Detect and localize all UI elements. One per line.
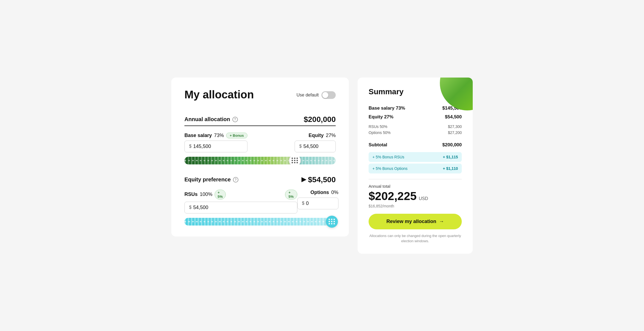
review-button-label: Review my allocation [386,219,436,224]
slider-green-portion [184,157,295,164]
handle-dot [294,158,295,159]
rsus-section: RSUs 100% + 5% + 5% $ 54,500 [184,190,297,213]
rsus-pct: 100% [200,192,212,197]
annual-allocation-help-icon[interactable]: ? [232,117,238,122]
handle-dot [292,158,293,159]
use-default-toggle[interactable] [321,91,336,99]
allocation-slider-container[interactable] [184,157,336,164]
summary-options-label: Options 50% [369,130,391,135]
summary-bonus-rsus-row: + 5% Bonus RSUs + $1,115 [369,152,462,162]
rsu-options-row: RSUs 100% + 5% + 5% $ 54,500 Options [184,190,336,213]
equity-preference-help-icon[interactable]: ? [233,177,238,182]
handle-dot [331,223,332,224]
summary-equity-row: Equity 27% $54,500 [369,113,462,121]
handle-dot [294,160,295,161]
handle-dot [292,160,293,161]
left-panel: My allocation Use default Annual allocat… [171,78,349,236]
summary-panel: Summary Base salary 73% $145,500 Equity … [358,78,473,254]
allocation-slider-track [184,157,336,164]
annual-total-section: Annual total $202,225 USD $16,852/month … [369,179,462,244]
summary-bonus-options-value: + $1,110 [443,166,458,171]
handle-dot [331,219,332,220]
base-salary-label: Base salary 73% + Bonus [184,133,247,138]
equity-input[interactable]: $ 54,500 [295,141,336,152]
annual-allocation-total: $200,000 [304,115,336,124]
rsus-value: 54,500 [193,205,208,210]
handle-dot [334,223,335,224]
section-divider [184,125,336,126]
cursor-icon: ▶ [301,176,306,183]
rsus-currency: $ [189,205,192,210]
options-section: Options 0% $ 0 [297,190,338,209]
options-currency: $ [302,201,304,206]
handle-dot [297,160,298,161]
base-salary-pct: 73% [214,133,224,138]
rsus-input[interactable]: $ 54,500 [184,202,297,213]
equity-label: Equity 27% [309,133,336,138]
annual-total-value-row: $202,225 USD [369,190,462,203]
base-salary-section: Base salary 73% + Bonus $ 145,500 [184,133,247,152]
handle-dot [334,219,335,220]
summary-rsus-row: RSUs 50% $27,300 [369,124,462,130]
base-salary-input[interactable]: $ 145,500 [184,141,247,152]
disclaimer-text: Allocations can only be changed during t… [369,233,462,244]
equity-slider-dashes [184,218,336,226]
equity-slider[interactable] [184,218,336,226]
summary-bonus-options-row: + 5% Bonus Options + $1,110 [369,164,462,173]
options-pct: 0% [331,190,338,195]
annual-allocation-label: Annual allocation ? [184,116,238,122]
base-equity-row: Base salary 73% + Bonus $ 145,500 Equity… [184,133,336,152]
base-salary-currency: $ [189,144,192,149]
equity-slider-handle[interactable] [326,216,338,228]
review-allocation-button[interactable]: Review my allocation → [369,214,462,229]
handle-dot [329,221,330,222]
equity-currency: $ [299,144,302,149]
summary-base-salary-label: Base salary 73% [369,105,405,111]
use-default-label: Use default [297,93,319,98]
slider-green-dashes [184,157,295,164]
annual-total-amount: $202,225 [369,190,417,203]
options-input[interactable]: $ 0 [297,198,338,209]
handle-dot [329,219,330,220]
handle-dot [331,221,332,222]
handle-dot [334,221,335,222]
equity-handle-dots [329,219,335,224]
handle-dot [292,162,293,163]
handle-dot [297,162,298,163]
summary-equity-label: Equity 27% [369,114,394,120]
summary-subtotal-label: Subtotal [369,142,387,148]
slider-teal-dashes [295,157,336,164]
handle-dots [292,158,298,163]
rsus-plus-badge[interactable]: + 5% [215,190,226,199]
handle-dot [297,158,298,159]
annual-total-monthly: $16,852/month [369,204,462,208]
summary-bonus-rsus-value: + $1,115 [443,155,458,159]
equity-preference-label: Equity preference ? [184,176,238,183]
base-salary-bonus-badge[interactable]: + Bonus [226,133,247,138]
page-title: My allocation [184,89,254,101]
summary-rsus-value: $27,300 [448,124,462,129]
base-salary-value: 145,500 [193,144,211,149]
summary-subtotal-value: $200,000 [442,142,462,148]
summary-bonus-options-label: + 5% Bonus Options [372,166,408,171]
corner-decoration [437,78,473,113]
summary-equity-value: $54,500 [445,114,462,120]
annual-total-label: Annual total [369,184,462,189]
options-value: 0 [306,201,309,206]
equity-preference-section: Equity preference ? ▶ $54,500 RSUs 100 [184,175,336,226]
summary-options-value: $27,200 [448,130,462,135]
options-label: Options 0% [310,190,338,195]
equity-pct: 27% [326,133,336,138]
summary-options-row: Options 50% $27,200 [369,130,462,136]
summary-subtotal-row: Subtotal $200,000 [369,139,462,150]
review-button-arrow: → [439,219,444,224]
summary-bonus-rsus-label: + 5% Bonus RSUs [372,155,404,159]
slider-teal-portion [295,157,336,164]
allocation-slider-handle[interactable] [289,157,301,164]
handle-dot [294,162,295,163]
equity-preference-total: ▶ $54,500 [308,175,336,184]
annual-total-currency: USD [419,196,428,201]
annual-allocation-section: Annual allocation ? $200,000 Base salary… [184,115,336,164]
summary-rsus-label: RSUs 50% [369,124,387,129]
rsus-bonus-badge[interactable]: + 5% [285,190,297,199]
